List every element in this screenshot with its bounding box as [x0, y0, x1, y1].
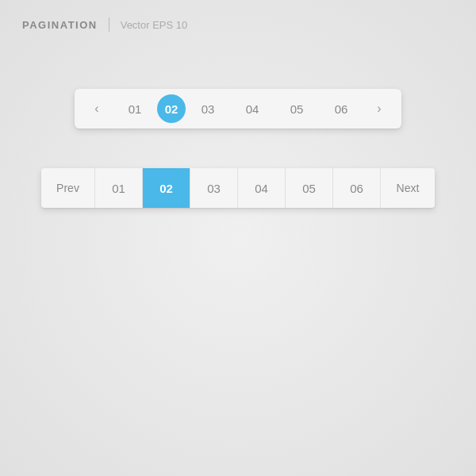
main-content: ‹ 01 02 03 04 05 06 › Prev 01 02 03 04 0…: [0, 41, 476, 208]
page-item-2-active[interactable]: 02: [157, 94, 186, 123]
prev-text-button[interactable]: Prev: [41, 168, 95, 208]
next-arrow-button[interactable]: ›: [363, 95, 395, 122]
page-item-1[interactable]: 01: [113, 95, 157, 122]
header-divider: [109, 17, 109, 32]
page-item-sq-4[interactable]: 04: [238, 168, 286, 208]
header-subtitle: Vector EPS 10: [121, 19, 188, 31]
page-item-sq-3[interactable]: 03: [190, 168, 238, 208]
next-text-button[interactable]: Next: [381, 168, 435, 208]
page-item-sq-6[interactable]: 06: [333, 168, 381, 208]
page-item-4[interactable]: 04: [230, 95, 274, 122]
page-item-sq-5[interactable]: 05: [286, 168, 333, 208]
page-item-6[interactable]: 06: [319, 95, 363, 122]
prev-arrow-button[interactable]: ‹: [81, 95, 113, 122]
pagination-bar-rounded: ‹ 01 02 03 04 05 06 ›: [75, 89, 401, 129]
pagination-bar-square: Prev 01 02 03 04 05 06 Next: [41, 168, 435, 208]
page-item-5[interactable]: 05: [274, 95, 319, 122]
header: PAGINATION Vector EPS 10: [0, 0, 209, 41]
page-item-sq-2-active[interactable]: 02: [143, 168, 190, 208]
header-title: PAGINATION: [22, 19, 98, 31]
page-item-3[interactable]: 03: [186, 95, 230, 122]
page-item-sq-1[interactable]: 01: [95, 168, 143, 208]
